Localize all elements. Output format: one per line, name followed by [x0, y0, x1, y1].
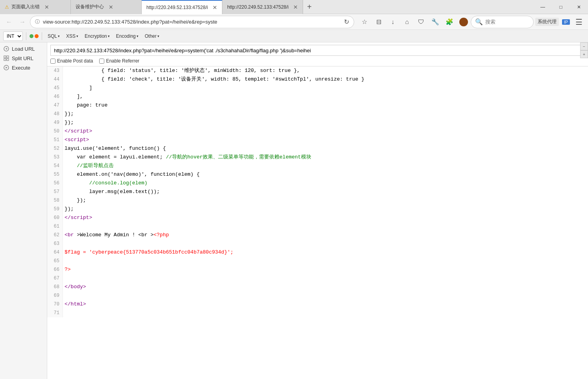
code-line: 55 element.on('nav(demo)', function(elem…	[47, 170, 588, 179]
sidebar-item-execute[interactable]: Execute	[0, 63, 47, 72]
line-number: 44	[47, 75, 63, 84]
execute-label: Execute	[12, 65, 30, 71]
code-line: 63	[47, 239, 588, 248]
extensions-icon[interactable]: 🧩	[444, 17, 455, 28]
enable-referrer-checkbox[interactable]	[99, 59, 104, 64]
content-area: Load URL Split URL Execute Enable Post d…	[0, 42, 588, 379]
code-line: 65	[47, 257, 588, 265]
execute-icon	[3, 64, 9, 71]
other-menu[interactable]: Other▾	[142, 33, 162, 40]
code-line: 51<script>	[47, 136, 588, 144]
forward-button[interactable]: →	[17, 16, 28, 28]
code-line: 50</script>	[47, 127, 588, 136]
line-number: 70	[47, 300, 63, 309]
shield-icon[interactable]: 🛡	[416, 17, 427, 28]
avatar	[459, 18, 468, 26]
download-icon[interactable]: ↓	[387, 17, 398, 28]
sql-menu[interactable]: SQL▾	[45, 33, 62, 40]
svg-rect-3	[4, 59, 6, 61]
line-number: 64	[47, 248, 63, 257]
code-line: 69	[47, 291, 588, 300]
encoding-menu[interactable]: Encoding▾	[114, 33, 141, 40]
window-controls: — □ ✕	[534, 0, 588, 14]
line-number: 52	[47, 144, 63, 153]
line-content: layer.msg(elem.text());	[63, 188, 588, 196]
code-line: 56 //console.log(elem)	[47, 179, 588, 188]
toolbar: INT SQL▾ XSS▾ Encryption▾ Encoding▾ Othe…	[0, 30, 588, 42]
profile-icon[interactable]	[458, 17, 469, 28]
code-line: 52layui.use('element', function() {	[47, 144, 588, 153]
address-bar[interactable]: ⓘ view-source:http://220.249.52.133:4752…	[30, 16, 354, 28]
line-number: 67	[47, 274, 63, 283]
sidebar-item-load-url[interactable]: Load URL	[0, 44, 47, 53]
back-button[interactable]: ←	[3, 16, 15, 28]
sidebar: Load URL Split URL Execute	[0, 42, 47, 379]
line-number: 43	[47, 66, 63, 75]
line-number: 63	[47, 239, 63, 248]
line-number: 48	[47, 110, 63, 118]
code-line: 46 ],	[47, 92, 588, 101]
line-number: 57	[47, 188, 63, 196]
svg-rect-2	[7, 56, 9, 58]
line-content: { field: 'check', title: '设备开关', width: …	[63, 75, 588, 84]
code-line: 68</body>	[47, 283, 588, 291]
encryption-menu[interactable]: Encryption▾	[82, 33, 112, 40]
tab-error-close[interactable]: ✕	[44, 4, 49, 10]
line-content	[63, 239, 588, 248]
close-button[interactable]: ✕	[570, 0, 588, 14]
svg-rect-4	[7, 59, 9, 61]
line-number: 56	[47, 179, 63, 188]
bookmark-icon[interactable]: ☆	[359, 17, 370, 28]
enable-referrer-label[interactable]: Enable Referrer	[99, 58, 139, 64]
xss-menu[interactable]: XSS▾	[64, 33, 81, 40]
ip-badge[interactable]: IP	[560, 17, 571, 28]
tab-maintenance-close[interactable]: ✕	[109, 4, 113, 10]
code-line: 44 { field: 'check', title: '设备开关', widt…	[47, 75, 588, 84]
side-minus-button[interactable]: −	[580, 42, 588, 50]
code-line: 64$flag = 'cyberpeace{513770a5c034b651bf…	[47, 248, 588, 257]
code-line: 60</script>	[47, 213, 588, 222]
main-panel: Enable Post data Enable Referrer − + 43 …	[47, 42, 588, 379]
search-input[interactable]	[485, 19, 533, 25]
separator	[26, 32, 26, 40]
url-input[interactable]	[50, 45, 585, 56]
tab-source2-close[interactable]: ✕	[293, 4, 298, 10]
home-icon[interactable]: ⌂	[401, 17, 412, 28]
line-content	[63, 222, 588, 231]
encoding-select[interactable]: INT	[3, 31, 23, 41]
tab-maintenance[interactable]: 设备维护中心 ✕	[71, 0, 142, 14]
tab-source1-close[interactable]: ✕	[213, 4, 217, 11]
code-line: 45 ]	[47, 84, 588, 92]
tools-icon[interactable]: 🔧	[430, 17, 441, 28]
load-url-icon	[3, 46, 9, 52]
line-content: element.on('nav(demo)', function(elem) {	[63, 170, 588, 179]
tab-source1[interactable]: http://220.249.52.133:47528/i ✕	[142, 0, 222, 14]
tab-source2[interactable]: http://220.249.52.133:47528/i ✕	[222, 0, 303, 14]
line-content: </script>	[63, 213, 588, 222]
code-viewer[interactable]: 43 { field: 'status', title: '维护状态', min…	[47, 66, 588, 379]
line-content: page: true	[63, 101, 588, 110]
enable-post-label[interactable]: Enable Post data	[50, 58, 93, 64]
warning-icon: ⚠	[5, 4, 9, 10]
line-number: 62	[47, 231, 63, 239]
line-number: 69	[47, 291, 63, 300]
enable-post-checkbox[interactable]	[50, 59, 55, 64]
separator2	[42, 32, 42, 40]
code-line: 62<br >Welcome My Admin ! <br ><?php	[47, 231, 588, 239]
side-plus-button[interactable]: +	[580, 50, 588, 58]
line-content: ]	[63, 84, 588, 92]
search-box[interactable]: 🔍	[471, 16, 534, 28]
maximize-button[interactable]: □	[552, 0, 570, 14]
minimize-button[interactable]: —	[534, 0, 552, 14]
line-content: $flag = 'cyberpeace{513770a5c034b651bfcc…	[63, 248, 588, 257]
refresh-button[interactable]: ↻	[344, 18, 349, 26]
sidebar-item-split-url[interactable]: Split URL	[0, 53, 47, 63]
tab-error[interactable]: ⚠ 页面载入出错 ✕	[0, 0, 71, 14]
reader-icon[interactable]: ⊟	[373, 17, 384, 28]
menu-button[interactable]: ☰	[573, 17, 585, 27]
line-content: { field: 'status', title: '维护状态', minWid…	[63, 66, 588, 75]
url-options: Enable Post data Enable Referrer	[50, 58, 585, 64]
new-tab-button[interactable]: +	[303, 2, 316, 11]
search-icon: 🔍	[475, 18, 483, 26]
navbar: ← → ⓘ view-source:http://220.249.52.133:…	[0, 14, 588, 30]
